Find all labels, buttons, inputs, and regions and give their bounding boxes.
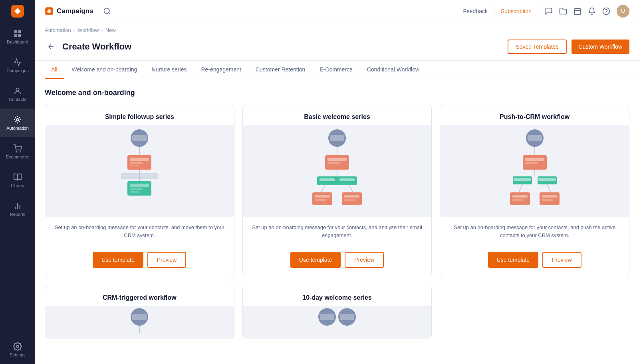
svg-rect-63 (514, 178, 531, 181)
back-button[interactable] (45, 40, 58, 53)
card-title-2: Basic welcome series (243, 105, 432, 125)
user-avatar[interactable]: U (617, 5, 629, 18)
settings-icon (13, 342, 22, 351)
svg-point-6 (16, 88, 19, 91)
main-content: Campaigns Feedback Subscription (35, 0, 639, 364)
sidebar-item-reports[interactable]: Reports (0, 195, 35, 224)
sidebar-item-contacts[interactable]: Contacts (0, 80, 35, 109)
card-push-to-crm: Push-to-CRM workflow (440, 105, 629, 276)
svg-rect-32 (121, 173, 158, 179)
sidebar-item-dashboard-label: Dashboard (7, 40, 28, 44)
svg-rect-5 (18, 34, 21, 37)
card-description-1: Set up an on-boarding message for your c… (53, 224, 226, 239)
saved-templates-button[interactable]: Saved Templates (508, 40, 566, 54)
ecommerce-icon (13, 144, 22, 153)
sidebar-item-library[interactable]: Library (0, 166, 35, 195)
sidebar-item-settings-label: Settings (10, 352, 26, 357)
library-icon (13, 173, 22, 182)
svg-rect-78 (320, 314, 334, 320)
tab-all[interactable]: All (45, 61, 64, 79)
preview-button-3[interactable]: Preview (542, 252, 581, 268)
use-template-button-2[interactable]: Use template (290, 252, 341, 268)
sidebar-item-dashboard[interactable]: Dashboard (0, 22, 35, 51)
card-description-3: Set up an on-boarding message for your c… (448, 224, 621, 239)
card-diagram-1 (45, 125, 234, 217)
sidebar-item-automation[interactable]: Automation (0, 109, 35, 137)
reports-icon (13, 202, 22, 210)
app-title: Campaigns (45, 7, 93, 16)
help-icon[interactable] (602, 7, 610, 15)
svg-rect-42 (327, 162, 340, 164)
card-diagram-5 (243, 306, 432, 338)
svg-rect-46 (339, 178, 355, 181)
svg-line-48 (349, 185, 353, 192)
card-basic-welcome: Basic welcome series (242, 105, 432, 276)
card-title-4: CRM-triggered workflow (45, 286, 234, 306)
svg-point-9 (20, 151, 21, 152)
card-actions-3: Use template Preview (440, 252, 629, 276)
page-header-left: Create Workflow (45, 40, 131, 53)
tab-ecommerce[interactable]: E-Commerce (313, 61, 359, 79)
diagram-1 (115, 129, 163, 213)
svg-rect-65 (538, 178, 556, 181)
svg-rect-41 (327, 158, 347, 161)
svg-rect-72 (542, 195, 557, 198)
card-description-2: Set up an on-boarding message for your c… (251, 224, 424, 239)
svg-line-47 (321, 185, 325, 192)
tab-conditional[interactable]: Conditional Workflow (361, 61, 426, 79)
topbar-divider (494, 6, 494, 16)
svg-rect-3 (18, 30, 21, 33)
svg-rect-28 (130, 158, 149, 161)
svg-point-16 (104, 8, 109, 13)
svg-rect-59 (525, 158, 544, 161)
card-diagram-3 (440, 125, 629, 217)
tab-welcome[interactable]: Welcome and on-boarding (65, 61, 144, 79)
card-simple-followup: Simple followup series (45, 105, 234, 276)
use-template-button-3[interactable]: Use template (488, 252, 538, 268)
sidebar-item-campaigns[interactable]: Campaigns (0, 51, 35, 80)
tab-nurture[interactable]: Nurture series (145, 61, 193, 79)
sidebar-item-ecommerce[interactable]: Ecommerce (0, 137, 35, 166)
card-title-5: 10-day welcome series (243, 286, 432, 306)
diagram-3 (507, 129, 563, 213)
use-template-button-1[interactable]: Use template (93, 252, 143, 268)
svg-rect-70 (512, 199, 524, 201)
subscription-link[interactable]: Subscription (501, 8, 532, 14)
breadcrumb-automation[interactable]: Automation (45, 27, 71, 33)
svg-rect-17 (575, 8, 581, 14)
sidebar-item-campaigns-label: Campaigns (6, 68, 29, 73)
sidebar-item-reports-label: Reports (10, 212, 26, 217)
sidebar-item-contacts-label: Contacts (9, 97, 26, 102)
svg-rect-4 (14, 34, 17, 37)
svg-rect-36 (130, 191, 139, 193)
app-logo-small (45, 7, 54, 16)
svg-rect-80 (340, 314, 354, 320)
preview-button-2[interactable]: Preview (345, 252, 384, 268)
svg-rect-69 (512, 195, 528, 198)
card-body-3: Set up an on-boarding message for your c… (440, 217, 629, 252)
sidebar-item-settings[interactable]: Settings (0, 335, 35, 364)
app-logo[interactable] (0, 0, 35, 22)
topbar: Campaigns Feedback Subscription (35, 0, 639, 22)
search-button[interactable] (100, 4, 114, 18)
preview-button-1[interactable]: Preview (147, 252, 187, 268)
sidebar: Dashboard Campaigns Contacts Automation … (0, 0, 35, 364)
folder-icon[interactable] (559, 7, 567, 15)
svg-line-67 (547, 184, 551, 192)
svg-rect-54 (344, 199, 355, 201)
tab-reengagement[interactable]: Re-engagement (194, 61, 247, 79)
svg-rect-30 (130, 165, 139, 166)
feedback-link[interactable]: Feedback (463, 8, 487, 14)
diagram-5 (313, 308, 361, 336)
tab-retention[interactable]: Customer Retention (249, 61, 312, 79)
breadcrumb-workflow[interactable]: Workflow (77, 27, 99, 33)
bell-icon[interactable] (588, 7, 596, 15)
svg-rect-75 (132, 314, 147, 320)
messages-icon[interactable] (545, 7, 553, 15)
card-diagram-2 (243, 125, 432, 217)
custom-workflow-button[interactable]: Custom Workflow (572, 40, 629, 54)
svg-line-66 (519, 184, 522, 192)
section-title: Welcome and on-boarding (45, 89, 629, 97)
breadcrumb: Automation › Workflow › New (35, 22, 639, 38)
calendar-icon[interactable] (574, 7, 581, 15)
